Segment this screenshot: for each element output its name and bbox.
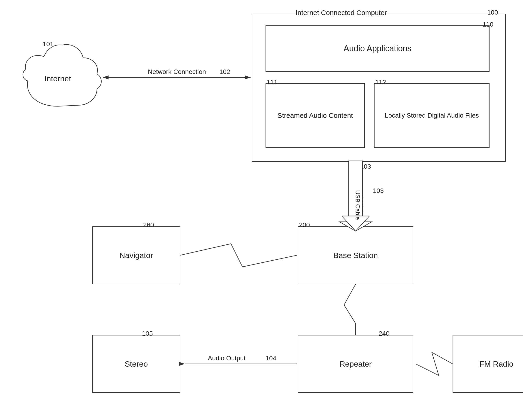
streamed-audio-box: Streamed Audio Content (266, 83, 365, 148)
locally-stored-ref: 112 (375, 79, 386, 86)
navigator-box: Navigator (92, 226, 180, 284)
audio-applications-ref: 110 (482, 21, 493, 28)
base-station-box: Base Station (298, 226, 413, 284)
streamed-audio-label: Streamed Audio Content (278, 112, 353, 119)
usb-arrow: USB Cable (342, 161, 369, 232)
internet-ref: 101 (43, 41, 54, 48)
repeater-ref: 240 (379, 330, 390, 337)
repeater-box: Repeater (298, 335, 413, 393)
stereo-ref: 105 (142, 330, 153, 337)
svg-text:USB Cable: USB Cable (354, 190, 361, 220)
fm-radio-box: FM Radio (453, 335, 523, 393)
streamed-audio-ref: 111 (267, 79, 278, 86)
audio-applications-label: Audio Applications (343, 44, 411, 53)
svg-text:Network Connection: Network Connection (148, 68, 206, 75)
internet-computer-ref: 100 (487, 9, 498, 16)
repeater-label: Repeater (339, 360, 372, 369)
internet-cloud: Internet (14, 41, 102, 115)
fm-radio-label: FM Radio (479, 360, 513, 369)
internet-computer-label: Internet Connected Computer (295, 9, 387, 17)
audio-applications-box: Audio Applications (266, 25, 490, 72)
svg-text:102: 102 (219, 68, 230, 75)
stereo-label: Stereo (125, 360, 148, 369)
base-station-label: Base Station (334, 251, 378, 260)
navigator-label: Navigator (119, 251, 153, 260)
stereo-box: Stereo (92, 335, 180, 393)
navigator-ref: 260 (143, 221, 154, 229)
svg-text:104: 104 (266, 355, 276, 362)
usb-cable-ref: 103 (373, 187, 384, 195)
locally-stored-box: Locally Stored Digital Audio Files (374, 83, 490, 148)
internet-label: Internet (44, 74, 71, 83)
svg-text:Audio Output: Audio Output (208, 355, 246, 362)
locally-stored-label: Locally Stored Digital Audio Files (385, 112, 479, 119)
base-station-ref: 200 (299, 221, 310, 229)
